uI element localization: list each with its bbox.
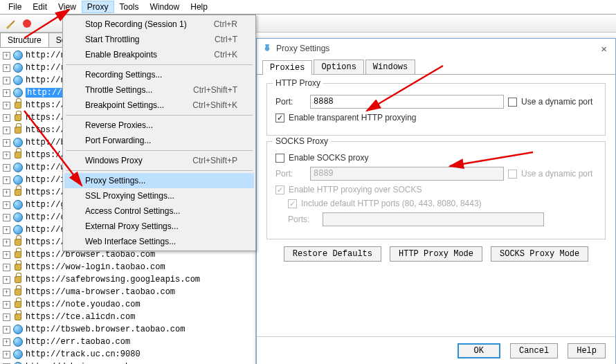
- menu-file[interactable]: File: [3, 1, 27, 13]
- record-icon[interactable]: [19, 17, 35, 30]
- cancel-button[interactable]: Cancel: [510, 343, 558, 358]
- lock-icon: [12, 187, 24, 198]
- menu-item[interactable]: Recording Settings...: [64, 67, 254, 82]
- expand-icon[interactable]: +: [3, 164, 10, 172]
- menu-window[interactable]: Window: [145, 1, 185, 13]
- menu-proxy[interactable]: Proxy: [82, 1, 114, 13]
- expand-icon[interactable]: +: [3, 176, 10, 184]
- menu-help[interactable]: Help: [185, 1, 213, 13]
- transparent-proxy-checkbox[interactable]: [275, 113, 284, 122]
- menu-item[interactable]: Web Interface Settings...: [64, 234, 254, 249]
- dlg-tab-windows[interactable]: Windows: [365, 60, 415, 74]
- menu-item-label: Reverse Proxies...: [85, 120, 153, 130]
- socks-proxy-group: SOCKS Proxy Enable SOCKS proxy Port: Use…: [266, 141, 606, 239]
- menu-item-label: Recording Settings...: [85, 70, 162, 80]
- tree-row[interactable]: +https://safebrowsing.googleapis.com: [1, 273, 254, 286]
- expand-icon[interactable]: +: [3, 64, 10, 72]
- dlg-tab-proxies[interactable]: Proxies: [262, 60, 312, 75]
- expand-icon[interactable]: +: [3, 77, 10, 84]
- broom-icon[interactable]: [3, 17, 18, 30]
- tree-row[interactable]: +http://tbsweb.browser.taobao.com: [1, 323, 254, 336]
- menu-item-label: Start Throttling: [85, 35, 139, 44]
- globe-icon: [12, 349, 24, 360]
- expand-icon[interactable]: +: [3, 139, 10, 147]
- tree-row[interactable]: +http://track.uc.cn:9080: [1, 348, 254, 361]
- dynamic-port-checkbox[interactable]: [508, 98, 517, 107]
- restore-defaults-button[interactable]: Restore Defaults: [284, 246, 381, 262]
- menu-item[interactable]: Proxy Settings...: [64, 173, 254, 188]
- dlg-tab-options[interactable]: Options: [314, 60, 363, 74]
- menu-item[interactable]: Reverse Proxies...: [64, 118, 254, 133]
- expand-icon[interactable]: +: [3, 338, 10, 346]
- lock-icon: [12, 262, 24, 273]
- menu-item[interactable]: External Proxy Settings...: [64, 219, 254, 234]
- tree-row[interactable]: +https://tce.alicdn.com: [1, 311, 254, 323]
- close-icon[interactable]: ×: [597, 43, 611, 55]
- http-proxy-group: HTTP Proxy Port: Use a dynamic port Enab…: [266, 83, 606, 136]
- expand-icon[interactable]: +: [3, 127, 10, 134]
- menu-item-label: Stop Recording (Session 1): [85, 19, 187, 29]
- over-socks-label: Enable HTTP proxying over SOCKS: [289, 185, 422, 194]
- menu-item[interactable]: Throttle Settings...Ctrl+Shift+T: [64, 82, 254, 98]
- expand-icon[interactable]: +: [3, 289, 10, 296]
- svg-line-0: [10, 21, 15, 25]
- expand-icon[interactable]: +: [3, 276, 10, 284]
- expand-icon[interactable]: +: [3, 52, 10, 60]
- expand-icon[interactable]: +: [3, 89, 10, 97]
- menu-item-label: Proxy Settings...: [85, 176, 145, 185]
- expand-icon[interactable]: +: [3, 351, 10, 358]
- socks-port-input: [310, 167, 504, 181]
- menu-item[interactable]: Windows ProxyCtrl+Shift+P: [64, 153, 254, 168]
- expand-icon[interactable]: +: [3, 251, 10, 259]
- expand-icon[interactable]: +: [3, 189, 10, 197]
- tree-row[interactable]: +http://dabai.pc.ucweb.com: [1, 361, 254, 364]
- socks-proxy-mode-button[interactable]: SOCKS Proxy Mode: [491, 246, 588, 262]
- menu-item[interactable]: Stop Recording (Session 1)Ctrl+R: [64, 17, 254, 32]
- globe-icon: [12, 50, 24, 61]
- help-button[interactable]: Help: [568, 343, 606, 358]
- menu-edit[interactable]: Edit: [27, 1, 53, 13]
- menu-view[interactable]: View: [53, 1, 82, 13]
- ok-button[interactable]: OK: [458, 343, 500, 358]
- globe-icon: [12, 87, 24, 98]
- expand-icon[interactable]: +: [3, 226, 10, 234]
- globe-icon: [12, 324, 24, 335]
- expand-icon[interactable]: +: [3, 264, 10, 271]
- menu-separator: [66, 115, 253, 116]
- tree-row[interactable]: +http://err.taobao.com: [1, 336, 254, 348]
- tree-row[interactable]: +https://uma-browser.taobao.com: [1, 286, 254, 298]
- lock-icon: [12, 249, 24, 260]
- expand-icon[interactable]: +: [3, 301, 10, 309]
- over-socks-checkbox: [275, 185, 284, 194]
- tree-label: https://uma-browser.taobao.com: [26, 287, 175, 297]
- expand-icon[interactable]: +: [3, 152, 10, 159]
- menu-item[interactable]: Start ThrottlingCtrl+T: [64, 32, 254, 47]
- expand-icon[interactable]: +: [3, 239, 10, 246]
- http-port-label: Port:: [275, 97, 306, 107]
- menu-item[interactable]: Access Control Settings...: [64, 203, 254, 219]
- menu-item[interactable]: Breakpoint Settings...Ctrl+Shift+K: [64, 98, 254, 113]
- menu-item[interactable]: SSL Proxying Settings...: [64, 188, 254, 203]
- http-port-input[interactable]: [310, 95, 504, 109]
- tree-row[interactable]: +https://note.youdao.com: [1, 298, 254, 311]
- dialog-title: Proxy Settings: [276, 44, 329, 53]
- ports-input: [323, 212, 544, 226]
- http-proxy-mode-button[interactable]: HTTP Proxy Mode: [390, 246, 482, 262]
- proxy-menu-dropdown: Stop Recording (Session 1)Ctrl+RStart Th…: [62, 15, 256, 251]
- tree-label: https://: [26, 100, 66, 110]
- tab-structure[interactable]: Structure: [0, 33, 49, 47]
- expand-icon[interactable]: +: [3, 313, 10, 321]
- expand-icon[interactable]: +: [3, 201, 10, 209]
- menu-tools[interactable]: Tools: [114, 1, 145, 13]
- menu-item[interactable]: Enable BreakpointsCtrl+K: [64, 47, 254, 62]
- menubar: FileEditViewProxyToolsWindowHelp: [0, 0, 616, 15]
- enable-socks-checkbox[interactable]: [275, 154, 284, 163]
- expand-icon[interactable]: +: [3, 326, 10, 334]
- menu-item-label: Web Interface Settings...: [85, 237, 176, 246]
- expand-icon[interactable]: +: [3, 214, 10, 221]
- expand-icon[interactable]: +: [3, 102, 10, 109]
- tree-row[interactable]: +https://wow-login.taobao.com: [1, 261, 254, 273]
- tree-label: https://: [26, 125, 66, 135]
- menu-item[interactable]: Port Forwarding...: [64, 133, 254, 148]
- expand-icon[interactable]: +: [3, 114, 10, 122]
